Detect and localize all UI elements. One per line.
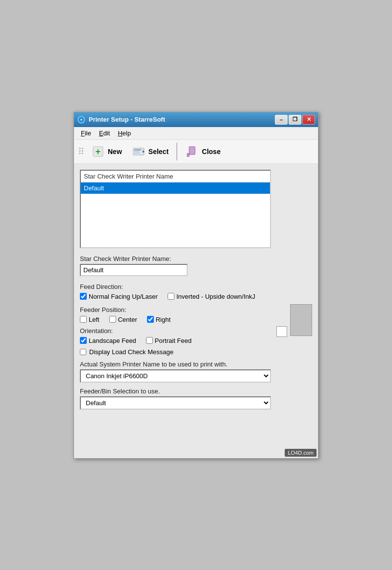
svg-point-2 xyxy=(80,119,82,121)
feeder-position-label: Feeder Position: xyxy=(80,306,275,313)
display-load-checkbox[interactable]: Display Load Check Message xyxy=(80,348,312,356)
center-checkbox[interactable]: Center xyxy=(109,316,137,323)
select-icon xyxy=(132,145,146,158)
feed-direction-row: Normal Facing Up/Laser Inverted - Upside… xyxy=(80,293,312,300)
content-area: Star Check Writer Printer Name Default S… xyxy=(74,164,318,458)
landscape-label: Landscape Feed xyxy=(89,337,136,344)
right-checkbox[interactable]: Right xyxy=(147,316,171,323)
actual-printer-label: Actual System Printer Name to be used to… xyxy=(80,361,312,368)
toolbar-grip: ⠿ xyxy=(78,146,84,157)
center-label: Center xyxy=(118,316,137,323)
toolbar-separator xyxy=(176,143,177,160)
paper-diagram xyxy=(275,304,312,346)
paper-tab xyxy=(276,326,287,337)
feeder-bin-label: Feeder/Bin Selection to use. xyxy=(80,388,312,395)
window-title: Printer Setup - StarreSoft xyxy=(89,116,165,123)
orientation-row: Landscape Feed Portrait Feed xyxy=(80,337,275,344)
normal-facing-label: Normal Facing Up/Laser xyxy=(89,293,158,300)
printer-name-input[interactable] xyxy=(80,264,188,276)
inverted-input[interactable] xyxy=(168,293,174,300)
printer-list: Star Check Writer Printer Name Default xyxy=(80,170,271,248)
maximize-button[interactable]: ❐ xyxy=(289,115,301,125)
feeder-section: Feeder Position: Left Center Right xyxy=(80,304,312,348)
new-label: New xyxy=(108,148,122,155)
watermark: LO4D.com xyxy=(285,449,317,457)
left-label: Left xyxy=(89,316,99,323)
landscape-input[interactable] xyxy=(80,337,87,344)
list-item[interactable]: Default xyxy=(81,182,270,194)
landscape-checkbox[interactable]: Landscape Feed xyxy=(80,337,136,344)
select-button[interactable]: Select xyxy=(128,143,172,160)
toolbar: ⠿ + New xyxy=(74,140,318,164)
menu-help[interactable]: Help xyxy=(115,129,134,138)
menu-edit[interactable]: Edit xyxy=(96,129,113,138)
orientation-label: Orientation: xyxy=(80,327,275,335)
normal-facing-checkbox[interactable]: Normal Facing Up/Laser xyxy=(80,293,158,300)
feed-direction-label: Feed Direction: xyxy=(80,283,312,290)
menu-bar: File Edit Help xyxy=(74,127,318,140)
inverted-checkbox[interactable]: Inverted - Upside down/InkJ xyxy=(168,293,255,300)
close-icon xyxy=(185,145,199,158)
svg-rect-11 xyxy=(187,154,189,156)
svg-text:+: + xyxy=(96,147,101,156)
paper-main xyxy=(290,304,312,336)
portrait-label: Portrait Feed xyxy=(155,337,192,344)
printer-name-label: Star Check Writer Printer Name: xyxy=(80,255,312,262)
feeder-controls: Feeder Position: Left Center Right xyxy=(80,304,275,348)
svg-rect-10 xyxy=(189,147,195,155)
new-icon: + xyxy=(91,145,105,158)
feeder-position-row: Left Center Right xyxy=(80,316,275,323)
svg-rect-8 xyxy=(134,153,140,154)
normal-facing-input[interactable] xyxy=(80,293,87,300)
menu-file[interactable]: File xyxy=(78,129,94,138)
title-bar: Printer Setup - StarreSoft – ❐ ✕ xyxy=(74,112,318,127)
main-window: Printer Setup - StarreSoft – ❐ ✕ File Ed… xyxy=(74,112,318,459)
feeder-bin-container: Feeder/Bin Selection to use. Default Aut… xyxy=(80,388,312,410)
actual-printer-select[interactable]: Canon Inkjet iP6600D Default Microsoft P… xyxy=(80,369,271,383)
right-input[interactable] xyxy=(147,316,154,323)
new-button[interactable]: + New xyxy=(87,143,126,160)
portrait-input[interactable] xyxy=(146,337,153,344)
portrait-checkbox[interactable]: Portrait Feed xyxy=(146,337,192,344)
left-input[interactable] xyxy=(80,316,87,323)
svg-rect-6 xyxy=(134,149,141,151)
title-buttons: – ❐ ✕ xyxy=(275,115,315,125)
minimize-button[interactable]: – xyxy=(275,115,288,125)
svg-rect-7 xyxy=(134,151,139,152)
list-header: Star Check Writer Printer Name xyxy=(81,171,270,182)
close-button[interactable]: Close xyxy=(181,143,224,160)
display-load-input[interactable] xyxy=(80,349,86,355)
close-window-button[interactable]: ✕ xyxy=(302,115,315,125)
feeder-bin-select[interactable]: Default Auto Manual xyxy=(80,396,271,410)
inverted-label: Inverted - Upside down/InkJ xyxy=(176,293,255,300)
close-label: Close xyxy=(202,148,220,155)
title-bar-left: Printer Setup - StarreSoft xyxy=(77,115,165,124)
left-checkbox[interactable]: Left xyxy=(80,316,99,323)
center-input[interactable] xyxy=(109,316,116,323)
right-label: Right xyxy=(156,316,171,323)
actual-printer-container: Actual System Printer Name to be used to… xyxy=(80,361,312,383)
display-load-label: Display Load Check Message xyxy=(89,348,173,356)
app-icon xyxy=(77,115,86,124)
select-label: Select xyxy=(148,148,169,155)
